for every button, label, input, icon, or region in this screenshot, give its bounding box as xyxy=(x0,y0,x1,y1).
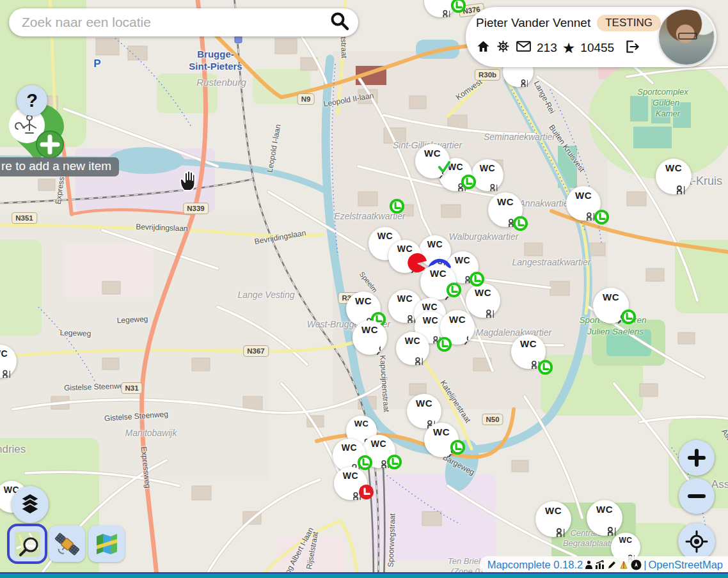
opening-hours-open-badge xyxy=(460,173,477,191)
map-marker-toilet[interactable]: WC xyxy=(656,159,692,194)
map-marker-toilet[interactable]: WC xyxy=(396,332,429,365)
settings-gear-icon[interactable] xyxy=(496,39,510,57)
messages-envelope-icon[interactable] xyxy=(516,40,532,56)
marker-wc-label: WC xyxy=(371,439,386,448)
marker-wc-label: WC xyxy=(603,292,619,302)
map-marker-toilet[interactable]: WC xyxy=(388,240,422,273)
background-layer-chooser xyxy=(9,526,125,562)
map-marker-toilet[interactable]: WC xyxy=(419,235,451,267)
horizontal-scrollbar[interactable] xyxy=(0,572,728,578)
opening-hours-open-badge xyxy=(445,281,463,299)
marker-wc-label: WC xyxy=(354,419,369,428)
map-marker-toilet[interactable]: WC xyxy=(593,288,629,324)
zoom-in-button[interactable] xyxy=(679,440,715,476)
testing-badge: TESTING xyxy=(597,15,661,31)
openstreetmap-link[interactable]: OpenStreetMap xyxy=(649,559,723,571)
toilet-mf-icon xyxy=(662,173,685,194)
star-icon[interactable]: ★ xyxy=(562,41,576,56)
marker-wc-label: WC xyxy=(619,536,633,544)
toilet-mf-icon xyxy=(509,68,528,87)
toilet-mf-icon xyxy=(472,297,495,318)
toilet-mf-icon xyxy=(402,345,423,365)
marker-wc-label: WC xyxy=(480,164,495,173)
osm-map-icon xyxy=(13,529,42,559)
map-marker-toilet[interactable]: WC xyxy=(415,144,450,178)
marker-wc-label: WC xyxy=(427,240,443,249)
user-name: Pieter Vander Vennet xyxy=(476,16,590,30)
map-marker-toilet[interactable]: WC xyxy=(424,423,459,457)
map-marker-toilet[interactable]: WC xyxy=(488,192,523,227)
marker-wc-label: WC xyxy=(0,349,8,358)
app-version-label[interactable]: Mapcomplete 0.18.2 xyxy=(487,559,583,571)
search-icon[interactable] xyxy=(329,10,351,35)
marker-wc-label: WC xyxy=(430,269,447,278)
search-input[interactable] xyxy=(20,14,329,31)
add-item-tooltip: re to add a new item xyxy=(0,157,119,176)
marker-wc-label: WC xyxy=(355,296,372,306)
opening-hours-open-badge xyxy=(450,0,467,14)
marker-wc-label: WC xyxy=(342,443,357,452)
folded-map-icon xyxy=(93,530,121,558)
opening-hours-closed-badge xyxy=(358,483,375,501)
marker-wc-label: WC xyxy=(405,336,420,345)
opening-hours-open-badge xyxy=(537,359,554,376)
layers-icon xyxy=(20,492,40,517)
marker-wc-label: WC xyxy=(497,197,514,207)
map-marker-toilet[interactable]: WC xyxy=(466,283,500,318)
mapcomplete-app: Brugge-Sint-PietersPRustenburgSint-Gilli… xyxy=(0,0,728,578)
marker-wc-label: WC xyxy=(423,316,438,325)
stars-count[interactable]: 10455 xyxy=(580,41,614,55)
messages-count[interactable]: 213 xyxy=(537,41,557,55)
marker-wc-label: WC xyxy=(416,398,432,408)
opening-hours-open-badge xyxy=(436,336,453,353)
help-button[interactable]: ? xyxy=(17,85,47,116)
map-marker-toilet[interactable]: WC xyxy=(334,467,367,500)
home-icon[interactable] xyxy=(476,39,491,57)
map-marker-toilet[interactable]: WC xyxy=(420,264,456,300)
toilet-mf-icon xyxy=(394,303,415,323)
map-marker-toilet[interactable]: WC xyxy=(566,186,601,221)
hand-cursor-icon xyxy=(177,169,199,196)
minus-icon xyxy=(686,486,707,506)
check-badge xyxy=(436,159,453,176)
marker-wc-label: WC xyxy=(424,148,441,158)
logout-icon[interactable] xyxy=(624,40,640,57)
marker-wc-label: WC xyxy=(475,288,491,297)
attribution-bar: Mapcomplete 0.18.2 | OpenStreetMap xyxy=(480,556,728,574)
edit-pencil-icon[interactable] xyxy=(607,560,617,570)
mapillary-disc-icon[interactable] xyxy=(631,559,642,570)
geolocate-button[interactable] xyxy=(678,523,715,560)
background-option-satellite[interactable] xyxy=(49,526,85,562)
background-option-map[interactable] xyxy=(88,526,125,562)
marker-wc-label: WC xyxy=(433,427,450,437)
marker-wc-label: WC xyxy=(377,231,393,240)
map-marker-toilet[interactable]: WC xyxy=(352,320,387,355)
marker-wc-label: WC xyxy=(397,244,413,253)
user-stats-icon[interactable] xyxy=(585,560,593,570)
map-marker-toilet[interactable]: WC xyxy=(535,501,571,537)
statistics-icon[interactable] xyxy=(595,560,605,570)
map-marker-toilet[interactable]: WC xyxy=(511,334,546,369)
layers-button[interactable] xyxy=(12,486,49,523)
toilet-mf-icon xyxy=(0,358,11,378)
opening-hours-open-badge xyxy=(449,439,466,456)
map-marker-toilet[interactable]: WC xyxy=(440,310,475,345)
background-option-osm[interactable] xyxy=(9,526,45,562)
toilet-acc-icon xyxy=(359,334,381,355)
map-marker-toilet[interactable]: WC xyxy=(587,500,622,536)
plus-icon xyxy=(686,448,707,468)
toilet-mf-icon xyxy=(542,515,565,537)
crosshair-icon xyxy=(685,530,708,553)
marker-wc-label: WC xyxy=(665,163,682,173)
opening-hours-open-badge xyxy=(386,453,403,471)
user-avatar[interactable] xyxy=(659,10,714,65)
josm-tools-icon[interactable] xyxy=(619,560,629,570)
marker-wc-label: WC xyxy=(596,504,613,514)
marker-wc-label: WC xyxy=(361,325,378,334)
toilet-mf-icon xyxy=(573,200,595,221)
marker-wc-label: WC xyxy=(422,302,438,311)
marker-wc-label: WC xyxy=(575,191,592,200)
toilet-mf-icon xyxy=(593,514,616,536)
zoom-out-button[interactable] xyxy=(679,478,715,514)
opening-hours-open-badge xyxy=(512,215,529,232)
